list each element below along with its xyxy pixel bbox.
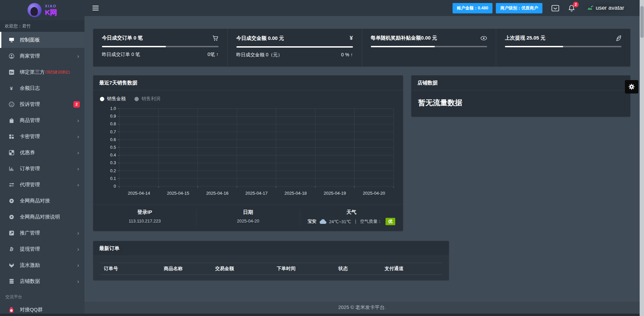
svg-text:2025-04-15: 2025-04-15 <box>167 191 189 196</box>
date-value: 2025-04-20 <box>196 218 299 224</box>
login-ip-title: 登录IP <box>93 209 196 215</box>
chevron-right-icon: › <box>77 53 79 59</box>
legend-sales-profit[interactable]: 销售利润 <box>134 96 160 102</box>
sidebar-item-merchant-mgmt[interactable]: 商家管理 › <box>0 48 84 64</box>
chevron-right-icon: › <box>77 278 79 284</box>
sidebar-item-flow-incentive[interactable]: 流水激励 › <box>0 257 84 273</box>
logo-avatar-icon <box>27 3 42 17</box>
sidebar-item-label: 全网商品对接 <box>20 198 50 204</box>
sidebar-item-label: 投诉管理 <box>20 101 40 108</box>
stat-title: 今日成交订单 0 笔 <box>102 35 143 41</box>
sidebar-item-label: 卡密管理 <box>20 133 40 140</box>
sidebar-item-card-mgmt[interactable]: 卡密管理 › <box>0 128 84 144</box>
sidebar-item-product-mgmt[interactable]: 商品管理 › <box>0 112 84 128</box>
sidebar-item-label: 控制面板 <box>20 37 40 43</box>
yen-icon: ¥ <box>350 35 353 42</box>
date-title: 日期 <box>196 209 299 215</box>
sidebar-item-label: 推广管理 <box>20 230 40 236</box>
sidebar-item-allnet-products-doc[interactable]: 全网商品对接说明 <box>0 209 84 225</box>
stat-card-random-reward: 每单随机奖励补贴金额0.00 元 <box>362 29 496 66</box>
col-pay-channel: 支付通道 <box>380 266 442 272</box>
complaints-count-badge: 2 <box>73 101 80 108</box>
mail-icon[interactable] <box>551 5 559 11</box>
user-avatar[interactable]: user avatar <box>582 2 630 14</box>
sidebar-item-order-mgmt[interactable]: 订单管理 › <box>0 161 84 177</box>
weather-aqi-label: 空气质量： <box>360 218 382 225</box>
horizontal-scrollbar-track[interactable] <box>0 314 644 316</box>
chart-legend: 销售金额 销售利润 <box>100 96 396 102</box>
stat-title: 今日成交金额 0.00 元 <box>236 35 284 42</box>
svg-text:0: 0 <box>114 184 116 189</box>
sidebar-item-label: 绑定第三方 <box>20 69 45 75</box>
sidebar-item-label: 全网商品对接说明 <box>20 214 60 220</box>
shop-data-panel: 店铺数据 暂无流量数据 <box>411 75 630 117</box>
yen-icon: ¥ <box>8 86 15 91</box>
account-balance-badge[interactable]: 账户金额：0.480 <box>453 3 493 13</box>
sidebar-item-withdraw-mgmt[interactable]: ₿ 提现管理 › <box>0 241 84 257</box>
second-row: 最近7天销售数据 销售金额 销售利润 1.00.90.80.70.60.50.4… <box>93 75 630 231</box>
col-amount: 交易金额 <box>211 266 273 272</box>
stat-sub-right: 0笔 ↑ <box>208 52 219 58</box>
col-order-time: 下单时间 <box>273 266 335 272</box>
arrow-circle-right-icon <box>8 198 15 203</box>
sidebar-item-complaints[interactable]: 投诉管理 2 <box>0 96 84 112</box>
sidebar-item-label: 对接QQ群 <box>20 307 43 313</box>
stat-title: 每单随机奖励补贴金额0.00 元 <box>371 35 437 41</box>
sales-line-chart: 1.00.90.80.70.60.50.40.30.20.102025-04-1… <box>100 104 396 204</box>
orders-panel-title: 最新订单 <box>93 241 449 256</box>
sidebar-item-coupons[interactable]: 优惠券 › <box>0 144 84 161</box>
sidebar-item-promotion-mgmt[interactable]: 推广管理 › <box>0 225 84 241</box>
logo[interactable]: XIAO K网 <box>0 0 84 20</box>
sidebar-item-label: 商家管理 <box>20 53 40 59</box>
svg-text:2025-04-17: 2025-04-17 <box>245 191 268 196</box>
col-product-name: 商品名称 <box>160 266 211 272</box>
settings-gear-button[interactable] <box>625 80 638 93</box>
grid-icon <box>8 134 15 139</box>
svg-text:0.4: 0.4 <box>110 153 116 157</box>
svg-text:0.1: 0.1 <box>110 176 116 181</box>
chevron-right-icon: › <box>77 150 79 155</box>
vertical-scrollbar[interactable] <box>640 0 644 316</box>
bell-icon[interactable]: 2 <box>568 5 575 12</box>
shop-panel-title: 店铺数据 <box>411 75 630 90</box>
progress-bar <box>505 46 622 47</box>
merchant-level-badge[interactable]: 商户级别：优质商户 <box>496 3 542 13</box>
svg-text:0.8: 0.8 <box>110 122 116 126</box>
topbar: 账户金额：0.480 商户级别：优质商户 2 user avatar <box>84 0 640 16</box>
sidebar-item-agent-mgmt[interactable]: 代理管理 › <box>0 177 84 193</box>
cloud-icon <box>319 219 327 224</box>
scrollbar-thumb[interactable] <box>640 6 644 38</box>
brand-text: XIAO K网 <box>45 4 57 16</box>
sidebar-item-label: 流水激励 <box>20 262 40 268</box>
chevron-right-icon: › <box>77 166 79 172</box>
shop-empty-text: 暂无流量数据 <box>411 90 630 117</box>
eye-icon <box>480 36 487 41</box>
sidebar-item-balance-log[interactable]: ¥ 余额日志 <box>0 80 84 96</box>
user-circle-icon <box>8 53 15 59</box>
shopping-bag-icon <box>8 118 15 123</box>
sidebar-item-bind-thirdparty[interactable]: Be 绑定第三方 (强烈建议绑定) <box>0 64 84 80</box>
stat-card-today-orders: 今日成交订单 0 笔 昨日成交订单 0 笔 0笔 ↑ <box>93 29 228 66</box>
chevron-right-icon: › <box>77 262 79 268</box>
svg-text:0.3: 0.3 <box>110 161 116 165</box>
svg-text:0.6: 0.6 <box>110 137 116 142</box>
arrow-circle-right-icon <box>8 214 15 219</box>
monitor-icon <box>8 37 15 43</box>
legend-sales-amount[interactable]: 销售金额 <box>100 96 126 102</box>
svg-text:2025-04-18: 2025-04-18 <box>285 191 307 196</box>
hamburger-menu-icon[interactable] <box>93 6 99 10</box>
chevron-right-icon: › <box>77 230 79 236</box>
stat-sub-right: 0 % ↑ <box>341 52 353 58</box>
svg-text:2025-04-16: 2025-04-16 <box>206 191 229 196</box>
weather-temp: 24℃~31℃ <box>329 219 351 224</box>
sidebar-item-shop-data[interactable]: 店铺数据 › <box>0 273 84 289</box>
weather-separator: ｜ <box>353 218 358 225</box>
sidebar-item-allnet-products[interactable]: 全网商品对接 <box>0 193 84 209</box>
svg-text:Be: Be <box>10 70 13 74</box>
col-order-id: 订单号 <box>100 266 160 272</box>
weather-line: 宝安 24℃~31℃ ｜ 空气质量： 优 <box>300 218 403 225</box>
sidebar-item-label: 代理管理 <box>20 182 40 188</box>
aqi-badge: 优 <box>386 218 395 225</box>
chevron-right-icon: › <box>77 134 79 139</box>
sidebar-item-dashboard[interactable]: 控制面板 <box>0 32 84 48</box>
